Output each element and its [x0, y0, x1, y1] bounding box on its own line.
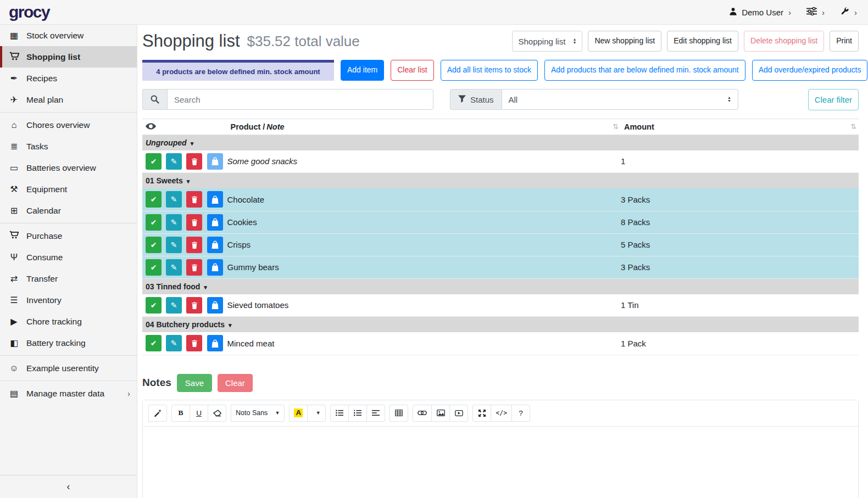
add-to-stock-button[interactable] — [207, 153, 223, 170]
top-bar: grocy Demo User › › › — [0, 0, 868, 25]
eraser-icon[interactable] — [208, 405, 226, 422]
sidebar-item-stock-overview[interactable]: ▦ Stock overview — [0, 25, 137, 46]
delete-item-button[interactable] — [186, 335, 202, 351]
edit-item-button[interactable]: ✎ — [166, 297, 182, 314]
edit-shopping-list-button[interactable]: Edit shopping list — [667, 31, 738, 52]
unordered-list-button[interactable] — [330, 405, 349, 422]
group-header-sweets[interactable]: 01 Sweets▾ — [142, 173, 859, 189]
edit-item-button[interactable]: ✎ — [166, 214, 182, 231]
underline-button[interactable]: U — [190, 405, 208, 422]
sidebar-item-batteries-overview[interactable]: ▭ Batteries overview — [0, 157, 137, 178]
sidebar-item-example-userentity[interactable]: ☺ Example userentity — [0, 357, 137, 379]
product-name: Gummy bears — [227, 256, 621, 278]
sidebar-item-tasks[interactable]: ≣ Tasks — [0, 136, 137, 157]
sidebar-item-chores-overview[interactable]: ⌂ Chores overview — [0, 114, 137, 136]
clear-list-button[interactable]: Clear list — [391, 60, 433, 81]
edit-item-button[interactable]: ✎ — [166, 153, 182, 170]
edit-item-button[interactable]: ✎ — [166, 259, 182, 276]
add-to-stock-button[interactable] — [207, 297, 223, 314]
delete-item-button[interactable] — [186, 259, 202, 276]
sidebar-divider — [0, 355, 137, 356]
sidebar-item-purchase[interactable]: Purchase — [0, 225, 137, 247]
group-header-tinned-food[interactable]: 03 Tinned food▾ — [142, 278, 859, 294]
add-all-to-stock-button[interactable]: Add all list items to stock — [441, 60, 538, 81]
sidebar-item-shopping-list[interactable]: Shopping list — [0, 46, 137, 68]
clear-filter-button[interactable]: Clear filter — [808, 89, 859, 110]
delete-item-button[interactable] — [186, 153, 202, 170]
print-button[interactable]: Print — [830, 31, 859, 52]
font-color-dropdown[interactable]: ▼ — [307, 405, 326, 422]
font-family-select[interactable]: Noto Sans▼ — [231, 405, 285, 422]
smiley-icon: ☺ — [8, 363, 20, 373]
sort-icon[interactable]: ⇅ — [613, 122, 619, 131]
add-below-min-button[interactable]: Add products that are below defined min.… — [544, 60, 745, 81]
sidebar-item-consume[interactable]: Ψ Consume — [0, 247, 137, 268]
sidebar-item-recipes[interactable]: ✒ Recipes — [0, 68, 137, 89]
edit-item-button[interactable]: ✎ — [166, 335, 182, 351]
battery-tracking-icon: ◧ — [8, 338, 20, 348]
mark-done-button[interactable]: ✔ — [146, 214, 162, 231]
edit-item-button[interactable]: ✎ — [166, 191, 182, 208]
mark-done-button[interactable]: ✔ — [146, 335, 162, 351]
app-logo[interactable]: grocy — [9, 4, 49, 20]
status-select[interactable]: All ▲▼ — [502, 89, 738, 110]
paragraph-align-button[interactable] — [366, 405, 385, 422]
sidebar-item-meal-plan[interactable]: ✈ Meal plan — [0, 89, 137, 110]
add-to-stock-button[interactable] — [207, 214, 223, 231]
sidebar-divider — [0, 381, 137, 381]
chevron-right-icon: › — [854, 8, 857, 17]
add-to-stock-button[interactable] — [207, 335, 223, 351]
insert-table-button[interactable] — [390, 405, 408, 422]
insert-link-button[interactable] — [413, 405, 432, 422]
mark-done-button[interactable]: ✔ — [146, 297, 162, 314]
add-item-button[interactable]: Add item — [341, 60, 384, 81]
sidebar-item-calendar[interactable]: ⊞ Calendar — [0, 200, 137, 221]
admin-menu[interactable]: › — [840, 7, 857, 18]
delete-shopping-list-button[interactable]: Delete shopping list — [744, 31, 824, 52]
delete-item-button[interactable] — [186, 191, 202, 208]
add-to-stock-button[interactable] — [207, 259, 223, 276]
recipes-icon: ✒ — [8, 73, 20, 83]
sidebar-item-transfer[interactable]: ⇄ Transfer — [0, 268, 137, 289]
code-view-button[interactable]: </> — [491, 405, 512, 422]
add-to-stock-button[interactable] — [207, 237, 223, 253]
user-menu[interactable]: Demo User › — [729, 7, 791, 17]
mark-done-button[interactable]: ✔ — [146, 191, 162, 208]
add-overdue-button[interactable]: Add overdue/expired products — [752, 60, 868, 81]
new-shopping-list-button[interactable]: New shopping list — [588, 31, 661, 52]
delete-item-button[interactable] — [186, 297, 202, 314]
sidebar-item-battery-tracking[interactable]: ◧ Battery tracking — [0, 332, 137, 354]
edit-item-button[interactable]: ✎ — [166, 237, 182, 253]
notes-clear-button[interactable]: Clear — [218, 374, 253, 392]
style-magic-button[interactable] — [148, 405, 167, 422]
sidebar-item-equipment[interactable]: ⚒ Equipment — [0, 178, 137, 200]
bold-button[interactable]: B — [171, 405, 190, 422]
caret-down-icon: ▾ — [191, 140, 194, 147]
sort-icon[interactable]: ⇅ — [850, 122, 856, 131]
ordered-list-button[interactable] — [348, 405, 367, 422]
notes-save-button[interactable]: Save — [177, 374, 212, 392]
settings-menu[interactable]: › — [806, 7, 825, 17]
font-color-button[interactable]: A — [289, 405, 308, 422]
notes-editor[interactable] — [143, 427, 858, 498]
fullscreen-button[interactable] — [472, 405, 491, 422]
insert-picture-button[interactable] — [431, 405, 450, 422]
sidebar-item-chore-tracking[interactable]: ▶ Chore tracking — [0, 311, 137, 332]
delete-item-button[interactable] — [186, 214, 202, 231]
sidebar-collapse-button[interactable]: ‹ — [0, 475, 137, 498]
mark-done-button[interactable]: ✔ — [146, 153, 162, 170]
shopping-list-select[interactable]: Shopping list ▲▼ — [512, 31, 582, 52]
toggle-done-visibility-eye-icon[interactable] — [146, 122, 156, 131]
group-header-ungrouped[interactable]: Ungrouped▾ — [142, 135, 859, 150]
help-button[interactable]: ? — [511, 405, 530, 422]
mark-done-button[interactable]: ✔ — [146, 259, 162, 276]
sidebar-item-inventory[interactable]: ☰ Inventory — [0, 289, 137, 311]
mark-done-button[interactable]: ✔ — [146, 237, 162, 253]
add-to-stock-button[interactable] — [207, 191, 223, 208]
sidebar-item-manage-master-data[interactable]: ▤ Manage master data › — [0, 383, 137, 404]
delete-item-button[interactable] — [186, 237, 202, 253]
group-header-butchery-products[interactable]: 04 Butchery products▾ — [142, 317, 859, 333]
insert-video-button[interactable] — [449, 405, 468, 422]
search-input[interactable] — [167, 89, 433, 110]
amount-value: 5 Packs — [621, 233, 859, 256]
